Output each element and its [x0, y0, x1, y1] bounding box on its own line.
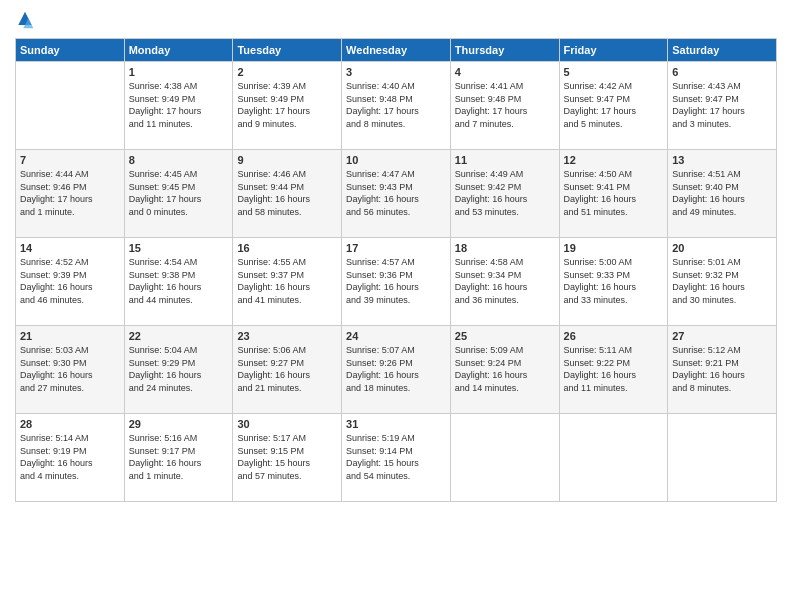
day-info: Sunrise: 4:52 AM Sunset: 9:39 PM Dayligh…: [20, 256, 120, 306]
day-number: 5: [564, 66, 664, 78]
day-info: Sunrise: 5:16 AM Sunset: 9:17 PM Dayligh…: [129, 432, 229, 482]
day-number: 29: [129, 418, 229, 430]
day-number: 22: [129, 330, 229, 342]
logo-icon: [15, 10, 35, 30]
day-number: 10: [346, 154, 446, 166]
day-info: Sunrise: 4:49 AM Sunset: 9:42 PM Dayligh…: [455, 168, 555, 218]
header-cell-wednesday: Wednesday: [342, 39, 451, 62]
day-cell: 22Sunrise: 5:04 AM Sunset: 9:29 PM Dayli…: [124, 326, 233, 414]
day-info: Sunrise: 4:51 AM Sunset: 9:40 PM Dayligh…: [672, 168, 772, 218]
day-cell: 21Sunrise: 5:03 AM Sunset: 9:30 PM Dayli…: [16, 326, 125, 414]
day-number: 12: [564, 154, 664, 166]
header-cell-saturday: Saturday: [668, 39, 777, 62]
day-cell: [16, 62, 125, 150]
day-cell: [450, 414, 559, 502]
day-number: 20: [672, 242, 772, 254]
day-number: 8: [129, 154, 229, 166]
day-cell: 19Sunrise: 5:00 AM Sunset: 9:33 PM Dayli…: [559, 238, 668, 326]
day-number: 1: [129, 66, 229, 78]
day-cell: 1Sunrise: 4:38 AM Sunset: 9:49 PM Daylig…: [124, 62, 233, 150]
day-cell: 23Sunrise: 5:06 AM Sunset: 9:27 PM Dayli…: [233, 326, 342, 414]
header-cell-sunday: Sunday: [16, 39, 125, 62]
day-info: Sunrise: 5:19 AM Sunset: 9:14 PM Dayligh…: [346, 432, 446, 482]
day-info: Sunrise: 4:46 AM Sunset: 9:44 PM Dayligh…: [237, 168, 337, 218]
day-number: 11: [455, 154, 555, 166]
logo: [15, 10, 37, 30]
day-cell: 14Sunrise: 4:52 AM Sunset: 9:39 PM Dayli…: [16, 238, 125, 326]
day-info: Sunrise: 4:57 AM Sunset: 9:36 PM Dayligh…: [346, 256, 446, 306]
day-info: Sunrise: 4:54 AM Sunset: 9:38 PM Dayligh…: [129, 256, 229, 306]
day-info: Sunrise: 4:55 AM Sunset: 9:37 PM Dayligh…: [237, 256, 337, 306]
day-number: 16: [237, 242, 337, 254]
day-number: 17: [346, 242, 446, 254]
day-info: Sunrise: 4:47 AM Sunset: 9:43 PM Dayligh…: [346, 168, 446, 218]
day-number: 15: [129, 242, 229, 254]
day-cell: 10Sunrise: 4:47 AM Sunset: 9:43 PM Dayli…: [342, 150, 451, 238]
day-cell: 12Sunrise: 4:50 AM Sunset: 9:41 PM Dayli…: [559, 150, 668, 238]
day-cell: 11Sunrise: 4:49 AM Sunset: 9:42 PM Dayli…: [450, 150, 559, 238]
day-cell: [559, 414, 668, 502]
day-info: Sunrise: 4:39 AM Sunset: 9:49 PM Dayligh…: [237, 80, 337, 130]
day-info: Sunrise: 4:43 AM Sunset: 9:47 PM Dayligh…: [672, 80, 772, 130]
day-number: 19: [564, 242, 664, 254]
week-row-3: 14Sunrise: 4:52 AM Sunset: 9:39 PM Dayli…: [16, 238, 777, 326]
day-number: 9: [237, 154, 337, 166]
header-row: SundayMondayTuesdayWednesdayThursdayFrid…: [16, 39, 777, 62]
day-info: Sunrise: 4:42 AM Sunset: 9:47 PM Dayligh…: [564, 80, 664, 130]
day-info: Sunrise: 5:01 AM Sunset: 9:32 PM Dayligh…: [672, 256, 772, 306]
day-cell: 7Sunrise: 4:44 AM Sunset: 9:46 PM Daylig…: [16, 150, 125, 238]
day-cell: 24Sunrise: 5:07 AM Sunset: 9:26 PM Dayli…: [342, 326, 451, 414]
day-info: Sunrise: 5:09 AM Sunset: 9:24 PM Dayligh…: [455, 344, 555, 394]
day-cell: [668, 414, 777, 502]
day-number: 2: [237, 66, 337, 78]
header-cell-monday: Monday: [124, 39, 233, 62]
day-cell: 31Sunrise: 5:19 AM Sunset: 9:14 PM Dayli…: [342, 414, 451, 502]
day-info: Sunrise: 5:03 AM Sunset: 9:30 PM Dayligh…: [20, 344, 120, 394]
day-cell: 29Sunrise: 5:16 AM Sunset: 9:17 PM Dayli…: [124, 414, 233, 502]
day-cell: 26Sunrise: 5:11 AM Sunset: 9:22 PM Dayli…: [559, 326, 668, 414]
day-info: Sunrise: 4:44 AM Sunset: 9:46 PM Dayligh…: [20, 168, 120, 218]
day-number: 26: [564, 330, 664, 342]
day-info: Sunrise: 4:58 AM Sunset: 9:34 PM Dayligh…: [455, 256, 555, 306]
day-info: Sunrise: 4:50 AM Sunset: 9:41 PM Dayligh…: [564, 168, 664, 218]
header-cell-tuesday: Tuesday: [233, 39, 342, 62]
day-info: Sunrise: 5:00 AM Sunset: 9:33 PM Dayligh…: [564, 256, 664, 306]
day-cell: 8Sunrise: 4:45 AM Sunset: 9:45 PM Daylig…: [124, 150, 233, 238]
day-info: Sunrise: 4:41 AM Sunset: 9:48 PM Dayligh…: [455, 80, 555, 130]
day-cell: 4Sunrise: 4:41 AM Sunset: 9:48 PM Daylig…: [450, 62, 559, 150]
day-number: 28: [20, 418, 120, 430]
day-number: 25: [455, 330, 555, 342]
day-info: Sunrise: 5:04 AM Sunset: 9:29 PM Dayligh…: [129, 344, 229, 394]
day-cell: 13Sunrise: 4:51 AM Sunset: 9:40 PM Dayli…: [668, 150, 777, 238]
day-cell: 3Sunrise: 4:40 AM Sunset: 9:48 PM Daylig…: [342, 62, 451, 150]
day-cell: 25Sunrise: 5:09 AM Sunset: 9:24 PM Dayli…: [450, 326, 559, 414]
day-number: 7: [20, 154, 120, 166]
week-row-5: 28Sunrise: 5:14 AM Sunset: 9:19 PM Dayli…: [16, 414, 777, 502]
day-number: 6: [672, 66, 772, 78]
day-cell: 17Sunrise: 4:57 AM Sunset: 9:36 PM Dayli…: [342, 238, 451, 326]
day-info: Sunrise: 4:40 AM Sunset: 9:48 PM Dayligh…: [346, 80, 446, 130]
day-cell: 6Sunrise: 4:43 AM Sunset: 9:47 PM Daylig…: [668, 62, 777, 150]
day-cell: 16Sunrise: 4:55 AM Sunset: 9:37 PM Dayli…: [233, 238, 342, 326]
day-number: 27: [672, 330, 772, 342]
day-info: Sunrise: 5:14 AM Sunset: 9:19 PM Dayligh…: [20, 432, 120, 482]
day-cell: 15Sunrise: 4:54 AM Sunset: 9:38 PM Dayli…: [124, 238, 233, 326]
day-info: Sunrise: 5:06 AM Sunset: 9:27 PM Dayligh…: [237, 344, 337, 394]
page-container: SundayMondayTuesdayWednesdayThursdayFrid…: [0, 0, 792, 512]
day-cell: 20Sunrise: 5:01 AM Sunset: 9:32 PM Dayli…: [668, 238, 777, 326]
week-row-1: 1Sunrise: 4:38 AM Sunset: 9:49 PM Daylig…: [16, 62, 777, 150]
page-header: [15, 10, 777, 30]
day-cell: 5Sunrise: 4:42 AM Sunset: 9:47 PM Daylig…: [559, 62, 668, 150]
day-number: 14: [20, 242, 120, 254]
day-info: Sunrise: 5:11 AM Sunset: 9:22 PM Dayligh…: [564, 344, 664, 394]
week-row-2: 7Sunrise: 4:44 AM Sunset: 9:46 PM Daylig…: [16, 150, 777, 238]
day-cell: 2Sunrise: 4:39 AM Sunset: 9:49 PM Daylig…: [233, 62, 342, 150]
day-number: 4: [455, 66, 555, 78]
day-info: Sunrise: 5:17 AM Sunset: 9:15 PM Dayligh…: [237, 432, 337, 482]
day-number: 24: [346, 330, 446, 342]
day-number: 23: [237, 330, 337, 342]
calendar-table: SundayMondayTuesdayWednesdayThursdayFrid…: [15, 38, 777, 502]
day-info: Sunrise: 5:12 AM Sunset: 9:21 PM Dayligh…: [672, 344, 772, 394]
day-number: 18: [455, 242, 555, 254]
day-info: Sunrise: 4:45 AM Sunset: 9:45 PM Dayligh…: [129, 168, 229, 218]
